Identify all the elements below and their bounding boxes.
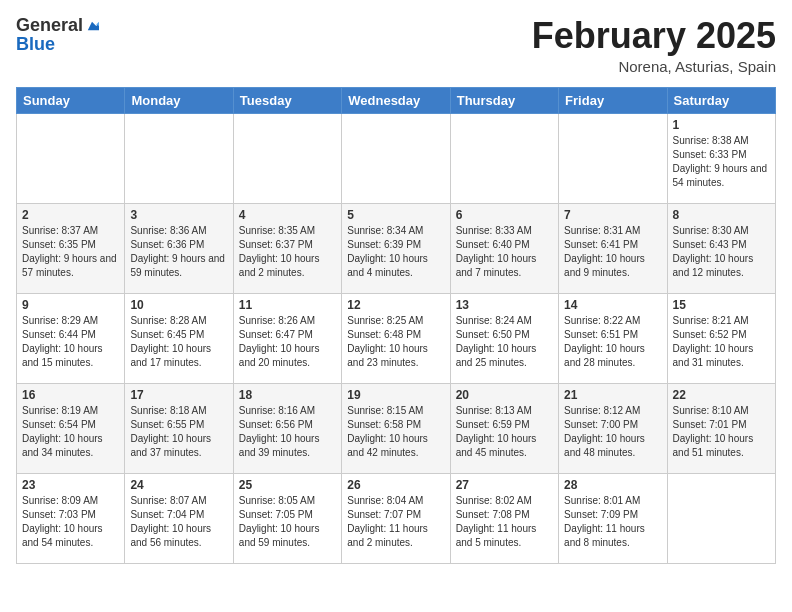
day-info: Sunrise: 8:37 AM Sunset: 6:35 PM Dayligh…	[22, 224, 119, 280]
calendar-cell: 25Sunrise: 8:05 AM Sunset: 7:05 PM Dayli…	[233, 473, 341, 563]
calendar-cell: 27Sunrise: 8:02 AM Sunset: 7:08 PM Dayli…	[450, 473, 558, 563]
weekday-header-saturday: Saturday	[667, 87, 775, 113]
day-info: Sunrise: 8:33 AM Sunset: 6:40 PM Dayligh…	[456, 224, 553, 280]
calendar-week-row: 1Sunrise: 8:38 AM Sunset: 6:33 PM Daylig…	[17, 113, 776, 203]
logo-icon	[85, 18, 99, 32]
day-info: Sunrise: 8:13 AM Sunset: 6:59 PM Dayligh…	[456, 404, 553, 460]
calendar-cell: 17Sunrise: 8:18 AM Sunset: 6:55 PM Dayli…	[125, 383, 233, 473]
day-info: Sunrise: 8:25 AM Sunset: 6:48 PM Dayligh…	[347, 314, 444, 370]
day-number: 15	[673, 298, 770, 312]
calendar-title: February 2025	[532, 16, 776, 56]
day-info: Sunrise: 8:02 AM Sunset: 7:08 PM Dayligh…	[456, 494, 553, 550]
calendar-cell: 19Sunrise: 8:15 AM Sunset: 6:58 PM Dayli…	[342, 383, 450, 473]
logo: General Blue	[16, 16, 99, 55]
calendar-cell: 5Sunrise: 8:34 AM Sunset: 6:39 PM Daylig…	[342, 203, 450, 293]
day-number: 27	[456, 478, 553, 492]
day-info: Sunrise: 8:04 AM Sunset: 7:07 PM Dayligh…	[347, 494, 444, 550]
calendar-table: SundayMondayTuesdayWednesdayThursdayFrid…	[16, 87, 776, 564]
calendar-cell: 26Sunrise: 8:04 AM Sunset: 7:07 PM Dayli…	[342, 473, 450, 563]
day-number: 10	[130, 298, 227, 312]
weekday-header-monday: Monday	[125, 87, 233, 113]
calendar-cell	[233, 113, 341, 203]
logo-blue-text: Blue	[16, 34, 55, 55]
day-info: Sunrise: 8:10 AM Sunset: 7:01 PM Dayligh…	[673, 404, 770, 460]
day-info: Sunrise: 8:30 AM Sunset: 6:43 PM Dayligh…	[673, 224, 770, 280]
day-number: 17	[130, 388, 227, 402]
day-number: 18	[239, 388, 336, 402]
svg-marker-0	[88, 22, 99, 30]
calendar-cell: 4Sunrise: 8:35 AM Sunset: 6:37 PM Daylig…	[233, 203, 341, 293]
day-number: 12	[347, 298, 444, 312]
day-number: 1	[673, 118, 770, 132]
calendar-cell: 14Sunrise: 8:22 AM Sunset: 6:51 PM Dayli…	[559, 293, 667, 383]
calendar-cell: 11Sunrise: 8:26 AM Sunset: 6:47 PM Dayli…	[233, 293, 341, 383]
calendar-cell: 9Sunrise: 8:29 AM Sunset: 6:44 PM Daylig…	[17, 293, 125, 383]
calendar-cell	[342, 113, 450, 203]
day-info: Sunrise: 8:38 AM Sunset: 6:33 PM Dayligh…	[673, 134, 770, 190]
calendar-cell	[125, 113, 233, 203]
calendar-cell: 13Sunrise: 8:24 AM Sunset: 6:50 PM Dayli…	[450, 293, 558, 383]
day-info: Sunrise: 8:19 AM Sunset: 6:54 PM Dayligh…	[22, 404, 119, 460]
day-number: 24	[130, 478, 227, 492]
day-number: 7	[564, 208, 661, 222]
calendar-week-row: 9Sunrise: 8:29 AM Sunset: 6:44 PM Daylig…	[17, 293, 776, 383]
day-number: 20	[456, 388, 553, 402]
weekday-header-tuesday: Tuesday	[233, 87, 341, 113]
day-number: 19	[347, 388, 444, 402]
weekday-header-thursday: Thursday	[450, 87, 558, 113]
day-info: Sunrise: 8:29 AM Sunset: 6:44 PM Dayligh…	[22, 314, 119, 370]
day-info: Sunrise: 8:36 AM Sunset: 6:36 PM Dayligh…	[130, 224, 227, 280]
day-number: 11	[239, 298, 336, 312]
day-info: Sunrise: 8:35 AM Sunset: 6:37 PM Dayligh…	[239, 224, 336, 280]
day-number: 14	[564, 298, 661, 312]
calendar-cell: 1Sunrise: 8:38 AM Sunset: 6:33 PM Daylig…	[667, 113, 775, 203]
day-info: Sunrise: 8:26 AM Sunset: 6:47 PM Dayligh…	[239, 314, 336, 370]
day-number: 9	[22, 298, 119, 312]
weekday-header-sunday: Sunday	[17, 87, 125, 113]
calendar-week-row: 16Sunrise: 8:19 AM Sunset: 6:54 PM Dayli…	[17, 383, 776, 473]
day-number: 21	[564, 388, 661, 402]
day-number: 26	[347, 478, 444, 492]
page-header: General Blue February 2025 Norena, Astur…	[16, 16, 776, 75]
calendar-cell: 7Sunrise: 8:31 AM Sunset: 6:41 PM Daylig…	[559, 203, 667, 293]
day-info: Sunrise: 8:01 AM Sunset: 7:09 PM Dayligh…	[564, 494, 661, 550]
day-number: 16	[22, 388, 119, 402]
title-block: February 2025 Norena, Asturias, Spain	[532, 16, 776, 75]
calendar-cell: 23Sunrise: 8:09 AM Sunset: 7:03 PM Dayli…	[17, 473, 125, 563]
day-number: 23	[22, 478, 119, 492]
calendar-cell: 18Sunrise: 8:16 AM Sunset: 6:56 PM Dayli…	[233, 383, 341, 473]
day-number: 8	[673, 208, 770, 222]
day-number: 5	[347, 208, 444, 222]
day-info: Sunrise: 8:22 AM Sunset: 6:51 PM Dayligh…	[564, 314, 661, 370]
calendar-cell: 12Sunrise: 8:25 AM Sunset: 6:48 PM Dayli…	[342, 293, 450, 383]
day-info: Sunrise: 8:18 AM Sunset: 6:55 PM Dayligh…	[130, 404, 227, 460]
weekday-header-row: SundayMondayTuesdayWednesdayThursdayFrid…	[17, 87, 776, 113]
calendar-cell: 15Sunrise: 8:21 AM Sunset: 6:52 PM Dayli…	[667, 293, 775, 383]
day-info: Sunrise: 8:07 AM Sunset: 7:04 PM Dayligh…	[130, 494, 227, 550]
day-number: 13	[456, 298, 553, 312]
calendar-cell: 24Sunrise: 8:07 AM Sunset: 7:04 PM Dayli…	[125, 473, 233, 563]
day-info: Sunrise: 8:28 AM Sunset: 6:45 PM Dayligh…	[130, 314, 227, 370]
calendar-cell: 22Sunrise: 8:10 AM Sunset: 7:01 PM Dayli…	[667, 383, 775, 473]
weekday-header-wednesday: Wednesday	[342, 87, 450, 113]
calendar-location: Norena, Asturias, Spain	[532, 58, 776, 75]
day-number: 25	[239, 478, 336, 492]
day-number: 22	[673, 388, 770, 402]
calendar-cell: 8Sunrise: 8:30 AM Sunset: 6:43 PM Daylig…	[667, 203, 775, 293]
day-number: 28	[564, 478, 661, 492]
calendar-cell	[559, 113, 667, 203]
calendar-week-row: 2Sunrise: 8:37 AM Sunset: 6:35 PM Daylig…	[17, 203, 776, 293]
calendar-cell: 20Sunrise: 8:13 AM Sunset: 6:59 PM Dayli…	[450, 383, 558, 473]
calendar-cell	[667, 473, 775, 563]
calendar-week-row: 23Sunrise: 8:09 AM Sunset: 7:03 PM Dayli…	[17, 473, 776, 563]
day-info: Sunrise: 8:16 AM Sunset: 6:56 PM Dayligh…	[239, 404, 336, 460]
day-info: Sunrise: 8:09 AM Sunset: 7:03 PM Dayligh…	[22, 494, 119, 550]
day-number: 6	[456, 208, 553, 222]
calendar-cell: 21Sunrise: 8:12 AM Sunset: 7:00 PM Dayli…	[559, 383, 667, 473]
calendar-cell: 10Sunrise: 8:28 AM Sunset: 6:45 PM Dayli…	[125, 293, 233, 383]
calendar-cell: 28Sunrise: 8:01 AM Sunset: 7:09 PM Dayli…	[559, 473, 667, 563]
day-info: Sunrise: 8:31 AM Sunset: 6:41 PM Dayligh…	[564, 224, 661, 280]
day-number: 4	[239, 208, 336, 222]
day-number: 3	[130, 208, 227, 222]
day-info: Sunrise: 8:05 AM Sunset: 7:05 PM Dayligh…	[239, 494, 336, 550]
